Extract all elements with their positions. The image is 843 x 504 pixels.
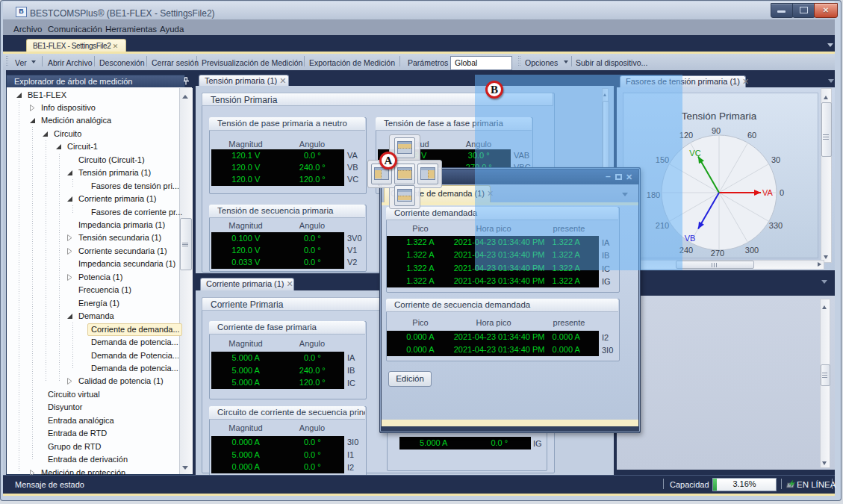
svg-text:270: 270: [711, 249, 724, 258]
svg-text:330: 330: [769, 221, 783, 230]
svg-text:VA: VA: [762, 188, 774, 197]
svg-text:60: 60: [747, 131, 756, 140]
svg-text:VC: VC: [689, 149, 700, 158]
svg-text:Tensión Primaria: Tensión Primaria: [682, 111, 757, 122]
svg-text:90: 90: [712, 126, 721, 135]
svg-text:VB: VB: [685, 234, 696, 243]
svg-text:30: 30: [771, 155, 780, 164]
svg-text:0: 0: [780, 188, 784, 197]
svg-text:300: 300: [745, 246, 759, 255]
